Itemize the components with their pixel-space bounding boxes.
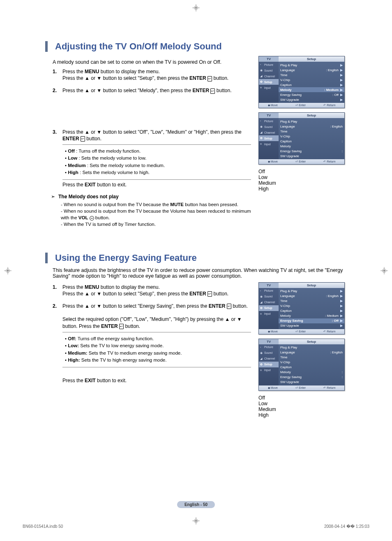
gear-icon: ✿ xyxy=(260,80,263,84)
osd-side-sound: ◉Sound xyxy=(259,67,279,73)
osd-side-setup: ✿Setup xyxy=(259,79,279,85)
picture-icon: ▫ xyxy=(260,63,263,66)
sound-icon: ◉ xyxy=(260,69,263,72)
input-icon: ⎆ xyxy=(260,142,263,146)
note-line: - When no sound is output from the TV be… xyxy=(61,201,251,208)
arrow-icon: ➣ xyxy=(51,194,55,200)
sound-icon: ◉ xyxy=(260,125,263,128)
picture-icon: ▫ xyxy=(260,119,263,123)
osd-setup-melody: TVSetup ▫Picture ◉Sound ◢Channel ✿Setup … xyxy=(258,56,345,108)
registration-mark-icon xyxy=(192,517,200,525)
registration-mark-icon xyxy=(192,4,200,12)
osd-popup-energy: Off Low Medium High xyxy=(258,395,347,418)
channel-icon: ◢ xyxy=(260,74,263,78)
note-heading: ➣ The Melody does not play xyxy=(58,194,251,200)
page-number: English - 50 xyxy=(177,501,215,508)
osd-popup-melody: Off Low Medium High xyxy=(258,169,347,192)
svg-point-11 xyxy=(383,269,385,272)
enter-icon xyxy=(119,324,124,329)
registration-mark-icon xyxy=(4,267,12,274)
enter-icon xyxy=(208,76,212,81)
input-icon: ⎆ xyxy=(260,312,263,316)
picture-icon: ▫ xyxy=(260,289,263,293)
osd-setup-energy: TVSetup ▫Picture ◉Sound ◢Channel ✿Setup … xyxy=(258,282,345,334)
registration-mark-icon xyxy=(380,267,388,274)
channel-icon: ◢ xyxy=(260,131,263,134)
step-2: 2. Press the ▲ or ▼ button to select "Me… xyxy=(53,87,251,123)
vol-minus-icon xyxy=(90,216,94,221)
sound-icon: ◉ xyxy=(260,351,263,355)
enter-icon xyxy=(208,291,212,297)
osd-side-input: ⎆Input xyxy=(259,85,279,91)
options-box: • Off : Turns off the melody function. •… xyxy=(62,144,251,180)
osd-side-channel: ◢Channel xyxy=(259,73,279,79)
input-icon: ⎆ xyxy=(260,369,263,372)
section-title-melody: Adjusting the TV On/Off Melody Sound xyxy=(45,41,347,52)
options-box: • Off: Turns off the energy saving funct… xyxy=(62,332,251,367)
enter-icon xyxy=(210,88,215,94)
channel-icon: ◢ xyxy=(260,301,263,304)
gear-icon: ✿ xyxy=(260,306,263,310)
osd-row-energy-highlight: Energy Saving: Off▶ xyxy=(279,318,344,323)
note-line: - When no sound is output from the TV be… xyxy=(61,208,251,221)
intro-text: A melody sound can be set to come on whe… xyxy=(53,59,251,65)
step-3: 3. Press the ▲ or ▼ button to select "Of… xyxy=(53,129,251,188)
channel-icon: ◢ xyxy=(260,357,263,360)
section-title-energy: Using the Energy Saving Feature xyxy=(45,253,347,263)
gear-icon: ✿ xyxy=(260,137,263,140)
step-2: 2. Press the ▲ or ▼ button to select "En… xyxy=(53,303,251,384)
svg-point-15 xyxy=(195,520,197,522)
enter-icon xyxy=(227,304,231,309)
note-line: - When the TV is turned off by Timer fun… xyxy=(61,221,251,228)
osd-side-picture: ▫Picture xyxy=(259,62,279,67)
input-icon: ⎆ xyxy=(260,86,263,89)
svg-point-7 xyxy=(7,269,9,272)
osd-setup-energy-popup: TVSetup ▫Picture ◉Sound ◢Channel ✿Setup … xyxy=(258,339,345,391)
gear-icon: ✿ xyxy=(260,363,263,366)
step-1: 1. Press the MENU button to display the … xyxy=(53,68,251,81)
svg-point-3 xyxy=(195,7,197,9)
step-1: 1. Press the MENU button to display the … xyxy=(53,284,251,297)
osd-row-melody-highlight: Melody: Medium▶ xyxy=(279,87,344,92)
sound-icon: ◉ xyxy=(260,295,263,298)
enter-icon xyxy=(81,136,85,142)
picture-icon: ▫ xyxy=(260,346,263,349)
intro-text: This feature adjusts the brightness of t… xyxy=(53,267,347,279)
footer-meta: BN68-01541A.indb 50 2008-04-14 �� 1:25:0… xyxy=(23,524,369,529)
osd-setup-melody-popup: TVSetup ▫Picture ◉Sound ◢Channel ✿Setup … xyxy=(258,112,345,165)
